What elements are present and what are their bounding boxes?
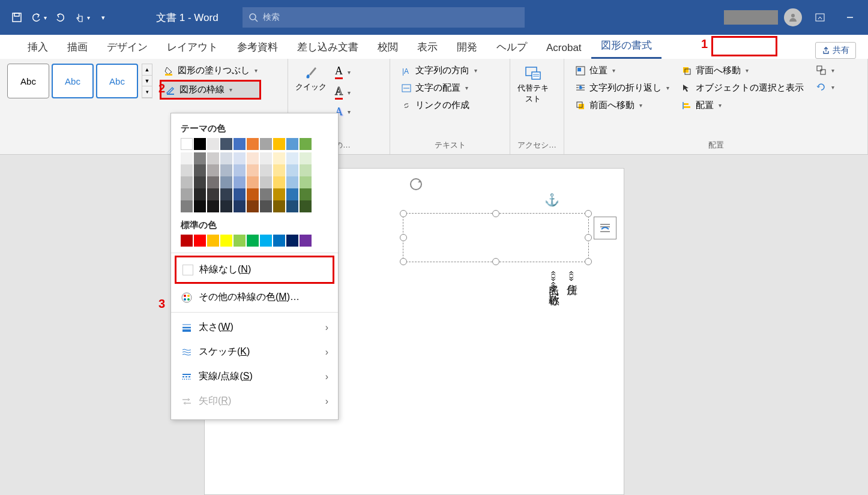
- color-swatch[interactable]: [247, 235, 259, 247]
- color-swatch[interactable]: [234, 235, 246, 247]
- tab-insert[interactable]: 挿入: [18, 35, 58, 59]
- color-swatch[interactable]: [207, 235, 219, 247]
- color-swatch[interactable]: [260, 200, 272, 212]
- group-button[interactable]: ▾: [812, 62, 838, 78]
- color-swatch[interactable]: [194, 235, 206, 247]
- text-direction-button[interactable]: |A文字列の方向▾: [397, 62, 481, 79]
- align-button[interactable]: 配置▾: [678, 97, 807, 113]
- no-outline-item[interactable]: 枠線なし(N): [175, 256, 334, 284]
- color-swatch[interactable]: [247, 200, 259, 212]
- tab-help[interactable]: ヘルプ: [487, 35, 537, 59]
- color-swatch[interactable]: [234, 164, 246, 176]
- rotate-handle[interactable]: [409, 177, 423, 191]
- shape-style-gallery[interactable]: Abc Abc Abc ▲▼▾: [5, 61, 152, 101]
- share-button[interactable]: 共有: [815, 42, 856, 59]
- color-swatch[interactable]: [234, 138, 246, 150]
- touch-mode-button[interactable]: ▾: [72, 8, 91, 27]
- color-swatch[interactable]: [247, 152, 259, 164]
- color-swatch[interactable]: [220, 200, 232, 212]
- color-swatch[interactable]: [247, 138, 259, 150]
- bring-forward-button[interactable]: 前面へ移動▾: [571, 97, 673, 113]
- color-swatch[interactable]: [286, 176, 298, 188]
- tab-draw[interactable]: 描画: [58, 35, 97, 59]
- color-swatch[interactable]: [300, 176, 312, 188]
- color-swatch[interactable]: [194, 188, 206, 200]
- color-swatch[interactable]: [247, 164, 259, 176]
- color-swatch[interactable]: [300, 235, 312, 247]
- color-swatch[interactable]: [220, 176, 232, 188]
- weight-item[interactable]: 太さ(W)›: [171, 315, 338, 340]
- style-thumb-3[interactable]: Abc: [96, 64, 138, 98]
- color-swatch[interactable]: [260, 138, 272, 150]
- color-swatch[interactable]: [260, 188, 272, 200]
- color-swatch[interactable]: [234, 152, 246, 164]
- text-outline-button[interactable]: A▾: [331, 83, 354, 102]
- layout-options-button[interactable]: [594, 217, 616, 239]
- color-swatch[interactable]: [181, 164, 193, 176]
- style-thumb-2[interactable]: Abc: [52, 64, 94, 98]
- tab-layout[interactable]: レイアウト: [157, 35, 228, 59]
- color-swatch[interactable]: [286, 164, 298, 176]
- color-swatch[interactable]: [286, 138, 298, 150]
- color-swatch[interactable]: [220, 235, 232, 247]
- selected-textbox[interactable]: [403, 213, 589, 262]
- quick-styles-button[interactable]: クイック: [293, 61, 329, 95]
- more-colors-item[interactable]: その他の枠線の色(M)…: [171, 285, 338, 310]
- color-swatch[interactable]: [194, 152, 206, 164]
- text-fill-button[interactable]: A▾: [331, 62, 354, 82]
- color-swatch[interactable]: [207, 200, 219, 212]
- color-swatch[interactable]: [207, 176, 219, 188]
- color-swatch[interactable]: [286, 235, 298, 247]
- rotate-button[interactable]: ▾: [812, 79, 838, 95]
- tab-design[interactable]: デザイン: [97, 35, 157, 59]
- color-swatch[interactable]: [181, 138, 193, 150]
- tab-shape-format[interactable]: 図形の書式: [591, 34, 662, 59]
- color-swatch[interactable]: [234, 200, 246, 212]
- send-backward-button[interactable]: 背面へ移動▾: [678, 62, 807, 79]
- tab-developer[interactable]: 開発: [447, 35, 487, 59]
- color-swatch[interactable]: [273, 152, 285, 164]
- color-swatch[interactable]: [234, 188, 246, 200]
- undo-button[interactable]: ▾: [29, 8, 48, 27]
- search-box[interactable]: 検索: [243, 7, 525, 28]
- sketch-item[interactable]: スケッチ(K)›: [171, 340, 338, 364]
- color-swatch[interactable]: [207, 188, 219, 200]
- color-swatch[interactable]: [286, 152, 298, 164]
- redo-button[interactable]: [50, 8, 70, 27]
- tab-acrobat[interactable]: Acrobat: [537, 37, 591, 59]
- color-swatch[interactable]: [194, 138, 206, 150]
- dashes-item[interactable]: 実線/点線(S)›: [171, 364, 338, 389]
- color-swatch[interactable]: [220, 138, 232, 150]
- color-swatch[interactable]: [181, 176, 193, 188]
- color-swatch[interactable]: [260, 152, 272, 164]
- style-thumb-1[interactable]: Abc: [7, 64, 49, 98]
- shape-fill-button[interactable]: 図形の塗りつぶし▾: [160, 62, 261, 79]
- create-link-button[interactable]: リンクの作成: [397, 97, 481, 113]
- color-swatch[interactable]: [194, 164, 206, 176]
- color-swatch[interactable]: [220, 164, 232, 176]
- color-swatch[interactable]: [273, 200, 285, 212]
- color-swatch[interactable]: [220, 152, 232, 164]
- color-swatch[interactable]: [247, 188, 259, 200]
- color-swatch[interactable]: [194, 200, 206, 212]
- ribbon-display-button[interactable]: [808, 5, 832, 29]
- wrap-text-button[interactable]: 文字列の折り返し▾: [571, 80, 673, 96]
- tab-mailings[interactable]: 差し込み文書: [288, 35, 368, 59]
- user-avatar[interactable]: [784, 8, 802, 26]
- color-swatch[interactable]: [300, 164, 312, 176]
- color-swatch[interactable]: [300, 188, 312, 200]
- color-swatch[interactable]: [207, 164, 219, 176]
- position-button[interactable]: 位置▾: [571, 62, 673, 79]
- color-swatch[interactable]: [220, 188, 232, 200]
- color-swatch[interactable]: [247, 176, 259, 188]
- color-swatch[interactable]: [181, 188, 193, 200]
- color-swatch[interactable]: [207, 152, 219, 164]
- gallery-scroll[interactable]: ▲▼▾: [142, 64, 152, 98]
- color-swatch[interactable]: [286, 188, 298, 200]
- color-swatch[interactable]: [260, 176, 272, 188]
- tab-review[interactable]: 校閲: [368, 35, 408, 59]
- color-swatch[interactable]: [181, 235, 193, 247]
- color-swatch[interactable]: [273, 188, 285, 200]
- tab-references[interactable]: 参考資料: [228, 35, 288, 59]
- color-swatch[interactable]: [181, 200, 193, 212]
